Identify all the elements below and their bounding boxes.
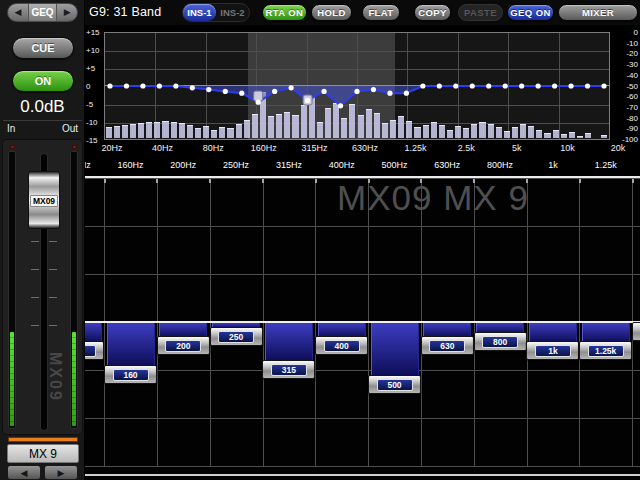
next-channel-button[interactable]: ▶: [44, 465, 78, 480]
band-point: [157, 83, 162, 88]
ruler-freq-label: 400Hz: [320, 160, 364, 170]
band-fader-fill: [318, 323, 366, 337]
meter-in-label: In: [7, 123, 15, 134]
band-fader-125[interactable]: 125: [85, 341, 104, 360]
band-point: [404, 91, 409, 96]
band-point: [371, 87, 376, 92]
band-point: [140, 83, 145, 88]
overview-freq-label: 40Hz: [141, 144, 185, 152]
rta-axis-label: -20: [612, 50, 638, 58]
band-fader-315[interactable]: 315: [262, 360, 315, 379]
channel-name-box: MX 9: [7, 444, 79, 463]
band-fader-area[interactable]: MX09 MX 9 1251602002503154005006308001k1…: [85, 178, 640, 480]
rta-axis-label: -50: [612, 83, 638, 91]
band-fader-160[interactable]: 160: [104, 365, 157, 384]
in-meter-fill: [10, 332, 14, 426]
band-point: [124, 83, 129, 88]
fader-cap-label: MX09: [30, 195, 58, 207]
band-point: [272, 89, 277, 94]
band-point: [536, 83, 541, 88]
geq-overview-graph[interactable]: [104, 32, 610, 140]
band-fader-630[interactable]: 630: [421, 336, 474, 355]
geq-overview: +15+10+50-5-10-150-10-20-30-40-50-60-70-…: [85, 25, 640, 155]
band-fader-1k[interactable]: 1k: [526, 341, 579, 360]
band-point: [321, 89, 326, 94]
fader-scale-tick: [31, 325, 39, 326]
geq-title: G9: 31 Band: [89, 5, 161, 19]
geq-next-arrow-icon[interactable]: ▶: [57, 4, 77, 21]
cue-button[interactable]: CUE: [12, 37, 74, 59]
in-clip-led: [10, 145, 15, 149]
band-fader-400[interactable]: 400: [315, 336, 368, 355]
overview-freq-label: 630Hz: [343, 144, 387, 152]
fader-gain-readout: 0.0dB: [0, 97, 85, 117]
band-hgridline: [85, 370, 640, 371]
copy-button[interactable]: COPY: [414, 4, 451, 21]
mixer-button[interactable]: MIXER: [558, 4, 638, 21]
band-point: [568, 83, 573, 88]
band-fader-200[interactable]: 200: [157, 336, 210, 355]
band-fader-fill: [265, 323, 313, 361]
on-button[interactable]: ON: [12, 70, 74, 92]
divider: [3, 120, 82, 121]
gain-axis-label: -5: [86, 101, 102, 109]
band-point: [190, 85, 195, 90]
ins2-tab[interactable]: INS-2: [216, 4, 249, 21]
geq-prev-arrow-icon[interactable]: ◀: [8, 4, 28, 21]
ruler-freq-label: 800Hz: [478, 160, 522, 170]
gain-axis-label: -10: [86, 119, 102, 127]
ruler-freq-label: 630Hz: [425, 160, 469, 170]
band-fader-fill: [423, 323, 471, 337]
channel-strip-sidebar: ◀ GEQ ▶ CUE ON 0.0dB In Out MX09: [0, 0, 85, 480]
band-frequency-ruler: 125Hz160Hz200Hz250Hz315Hz400Hz500Hz630Hz…: [85, 155, 640, 178]
channel-id-watermark: MX09: [46, 352, 64, 402]
band-point: [420, 83, 425, 88]
rta-axis-label: -90: [612, 125, 638, 133]
geq-type-selector[interactable]: ◀ GEQ ▶: [7, 3, 78, 22]
insert-slot-switch: INS-1 INS-2: [182, 3, 250, 22]
paste-button: PASTE: [458, 4, 503, 21]
band-fader-label: 125: [85, 345, 96, 357]
fader-scale-tick: [49, 269, 57, 270]
overview-freq-label: 315Hz: [292, 144, 336, 152]
band-fader-fill: [159, 323, 207, 337]
flat-button[interactable]: FLAT: [362, 4, 400, 21]
band-point: [453, 83, 458, 88]
fader-scale-tick: [31, 241, 39, 242]
band-point: [107, 83, 112, 88]
ins1-tab[interactable]: INS-1: [183, 4, 216, 21]
ruler-freq-label: 1k: [531, 160, 575, 170]
band-point: [387, 91, 392, 96]
rta-axis-label: 0: [612, 29, 638, 37]
band-fader-1.25k[interactable]: 1.25k: [579, 341, 632, 360]
rta-on-button[interactable]: RTA ON: [262, 4, 307, 21]
band-fader-1.6k[interactable]: 1.6k: [632, 322, 640, 341]
band-fader-label: 800: [482, 336, 518, 348]
overview-freq-label: 5k: [495, 144, 539, 152]
band-editor-bottom-frame: [85, 474, 640, 476]
meter-out-label: Out: [62, 123, 78, 134]
band-fader-800[interactable]: 800: [474, 332, 527, 351]
geq-on-button[interactable]: GEQ ON: [507, 4, 554, 21]
prev-channel-button[interactable]: ◀: [7, 465, 41, 480]
ruler-freq-label: 315Hz: [267, 160, 311, 170]
band-hgridline: [85, 226, 640, 227]
rta-axis-label: -70: [612, 104, 638, 112]
band-fader-500[interactable]: 500: [368, 375, 421, 394]
band-fader-label: 630: [429, 340, 465, 352]
band-point: [486, 83, 491, 88]
band-fader-fill: [85, 323, 102, 342]
overview-freq-label: 1.25k: [394, 144, 438, 152]
band-fader-label: 1k: [535, 345, 571, 357]
band-hgridline: [85, 178, 640, 179]
hold-button[interactable]: HOLD: [311, 4, 352, 21]
overview-freq-label: 160Hz: [242, 144, 286, 152]
fader-scale-tick: [31, 269, 39, 270]
band-point: [519, 83, 524, 88]
band-fader-label: 400: [324, 340, 360, 352]
band-fader-label: 160: [113, 369, 149, 381]
band-fader-250[interactable]: 250: [210, 327, 263, 346]
band-fader-label: 1.25k: [588, 345, 624, 357]
fader-scale-tick: [49, 325, 57, 326]
channel-fader-handle[interactable]: MX09: [28, 171, 60, 229]
